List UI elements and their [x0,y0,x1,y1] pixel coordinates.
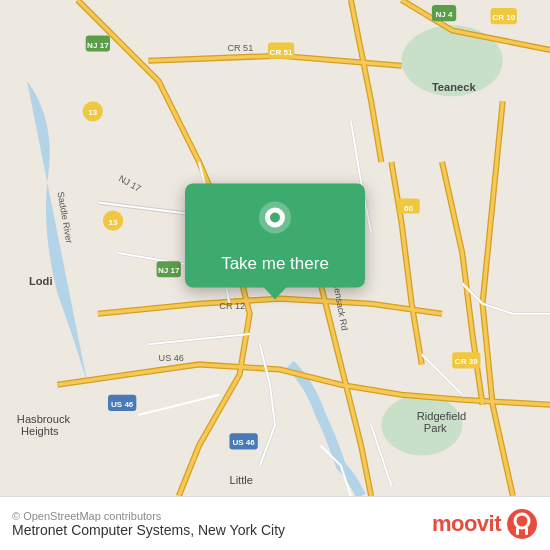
bottom-bar: © OpenStreetMap contributors Metronet Co… [0,496,550,550]
svg-text:Little: Little [229,474,253,486]
svg-text:CR 10: CR 10 [492,13,515,22]
svg-text:US 46: US 46 [232,438,255,447]
svg-text:NJ 17: NJ 17 [87,41,109,50]
svg-text:60: 60 [404,204,413,213]
svg-text:13: 13 [109,218,118,227]
svg-text:CR 51: CR 51 [270,48,293,57]
svg-text:Heights: Heights [21,425,59,437]
svg-text:Teaneck: Teaneck [432,81,477,93]
take-me-label: Take me there [221,254,329,274]
map-container: NJ 17 CR 51 CR 12 US 46 Hackensack Rd Sa… [0,0,550,496]
moovit-logo[interactable]: moovit [432,508,538,540]
svg-text:US 46: US 46 [111,400,134,409]
svg-text:CR 12: CR 12 [219,301,245,311]
bottom-info: © OpenStreetMap contributors Metronet Co… [12,510,285,538]
moovit-logo-icon [506,508,538,540]
svg-text:US 46: US 46 [159,353,184,363]
take-me-card[interactable]: Take me there [185,184,365,288]
location-name: Metronet Computer Systems, New York City [12,522,285,538]
svg-text:NJ 4: NJ 4 [436,10,454,19]
svg-text:CR 39: CR 39 [455,357,478,366]
svg-text:Ridgefield: Ridgefield [417,410,466,422]
location-pin-icon [253,200,297,244]
svg-text:Lodi: Lodi [29,275,52,287]
svg-text:Hasbrouck: Hasbrouck [17,413,71,425]
svg-point-2 [381,395,462,456]
svg-rect-43 [516,527,519,535]
moovit-logo-text: moovit [432,511,501,537]
app: NJ 17 CR 51 CR 12 US 46 Hackensack Rd Sa… [0,0,550,550]
svg-text:Park: Park [424,422,447,434]
svg-text:CR 51: CR 51 [227,43,253,53]
svg-text:13: 13 [88,108,97,117]
attribution-text: © OpenStreetMap contributors [12,510,285,522]
svg-text:NJ 17: NJ 17 [158,266,180,275]
svg-rect-44 [525,527,528,535]
